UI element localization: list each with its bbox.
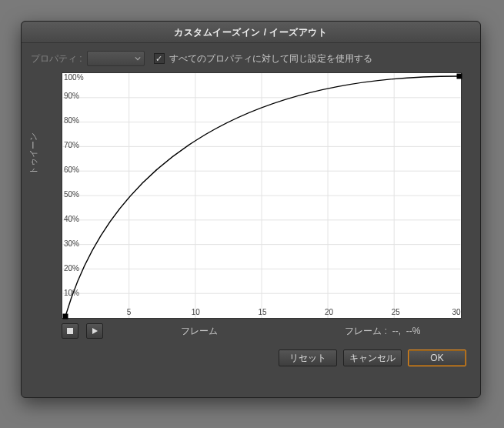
x-tick: 25 [392,308,400,316]
ok-button[interactable]: OK [408,349,466,366]
x-tick: 30 [452,308,460,316]
curve-anchor-start[interactable] [63,314,68,319]
ease-dialog: カスタムイーズイン / イーズアウト プロパティ : すべてのプロパティに対して… [21,21,481,398]
play-button[interactable] [86,323,103,339]
frame-status-percent: --% [406,326,421,336]
chevron-down-icon [135,55,141,62]
x-tick: 10 [192,308,200,316]
y-tick: 80% [64,116,79,125]
x-tick: 20 [325,308,333,316]
y-tick: 60% [64,166,79,174]
stop-button[interactable] [62,323,78,339]
curve-anchor-end[interactable] [457,74,462,79]
y-tick: 20% [64,264,79,273]
y-tick: 90% [64,92,79,100]
frame-status: フレーム : --, --% [295,325,471,338]
reset-button[interactable]: リセット [279,349,337,366]
y-tick: 30% [64,239,79,248]
use-same-settings-label: すべてのプロパティに対して同じ設定を使用する [169,52,372,65]
y-tick: 100% [64,73,84,82]
frame-status-label: フレーム : [345,326,387,336]
x-tick: 15 [258,308,266,316]
cancel-button[interactable]: キャンセル [343,349,402,366]
svg-rect-14 [67,328,73,334]
y-tick: 50% [64,190,79,199]
y-tick: 10% [64,289,79,297]
ease-curve-graph[interactable]: 100% 90% 80% 70% 60% 50% 40% 30% 20% 10%… [62,72,462,319]
dialog-title: カスタムイーズイン / イーズアウト [22,22,480,43]
x-tick: 5 [127,308,132,316]
use-same-settings-checkbox[interactable] [154,53,165,64]
property-label: プロパティ : [31,52,82,65]
stop-icon [66,327,74,335]
x-axis-label: フレーム [111,325,287,338]
property-dropdown[interactable] [87,51,145,66]
property-row: プロパティ : すべてのプロパティに対して同じ設定を使用する [22,43,480,72]
graph-svg [62,73,461,318]
y-axis-label: トゥイーン [28,132,39,175]
play-icon [91,327,98,335]
y-tick: 40% [64,215,79,223]
frame-status-value: -- [392,326,399,336]
y-tick: 70% [64,141,79,149]
